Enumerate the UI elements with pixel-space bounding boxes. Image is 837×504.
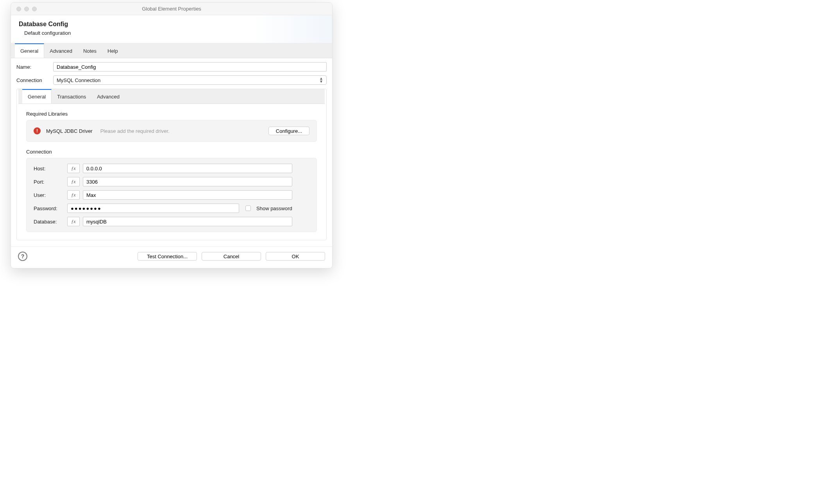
outer-body: Name: Connection MySQL Connection ▲▼ Gen…	[11, 58, 332, 247]
tab-general[interactable]: General	[15, 43, 44, 58]
database-input[interactable]	[83, 217, 292, 226]
cancel-button[interactable]: Cancel	[202, 252, 261, 261]
inner-tab-advanced[interactable]: Advanced	[91, 89, 125, 104]
fx-button-database[interactable]: ƒx	[67, 217, 80, 226]
global-element-properties-dialog: Global Element Properties Database Confi…	[11, 2, 333, 268]
tab-notes[interactable]: Notes	[78, 43, 102, 58]
inner-tab-general[interactable]: General	[22, 89, 52, 104]
port-label: Port:	[34, 179, 64, 185]
port-input[interactable]	[83, 177, 292, 186]
dialog-header: Database Config Default configuration	[11, 15, 332, 43]
password-input[interactable]	[67, 204, 239, 213]
required-library-row: ! MySQL JDBC Driver Please add the requi…	[26, 120, 317, 142]
tab-help[interactable]: Help	[102, 43, 123, 58]
page-subtitle: Default configuration	[24, 30, 324, 36]
fx-button-host[interactable]: ƒx	[67, 164, 80, 173]
window-title: Global Element Properties	[11, 6, 332, 12]
error-icon: !	[34, 127, 41, 134]
password-label: Password:	[34, 206, 64, 211]
dropdown-arrows-icon: ▲▼	[319, 77, 323, 83]
name-label: Name:	[16, 64, 49, 70]
inner-tab-transactions[interactable]: Transactions	[52, 89, 91, 104]
connection-dropdown[interactable]: MySQL Connection ▲▼	[53, 75, 327, 85]
window-titlebar: Global Element Properties	[11, 3, 332, 15]
show-password-label: Show password	[256, 206, 292, 211]
host-label: Host:	[34, 166, 64, 172]
required-libraries-title: Required Libraries	[26, 111, 317, 117]
host-input[interactable]	[83, 164, 292, 173]
help-icon[interactable]: ?	[18, 252, 27, 261]
inner-tab-strip: General Transactions Advanced	[18, 89, 325, 104]
show-password-checkbox[interactable]	[245, 206, 251, 211]
tab-advanced[interactable]: Advanced	[44, 43, 78, 58]
fx-button-user[interactable]: ƒx	[67, 190, 80, 200]
fx-button-port[interactable]: ƒx	[67, 177, 80, 186]
library-hint: Please add the required driver.	[100, 128, 170, 134]
ok-button[interactable]: OK	[266, 252, 325, 261]
name-input[interactable]	[53, 62, 327, 71]
connection-label: Connection	[16, 77, 49, 83]
test-connection-button[interactable]: Test Connection...	[138, 252, 197, 261]
connection-dropdown-value: MySQL Connection	[57, 77, 100, 83]
connection-config-group: General Transactions Advanced Required L…	[16, 89, 327, 240]
dialog-footer: ? Test Connection... Cancel OK	[11, 247, 332, 268]
connection-section-title: Connection	[26, 149, 317, 155]
user-input[interactable]	[83, 190, 292, 200]
page-title: Database Config	[19, 21, 324, 28]
library-name: MySQL JDBC Driver	[46, 128, 93, 134]
user-label: User:	[34, 192, 64, 198]
database-label: Database:	[34, 219, 64, 225]
outer-tab-strip: General Advanced Notes Help	[11, 43, 332, 58]
connection-fields: Host: ƒx Port: ƒx User: ƒx	[26, 158, 317, 232]
inner-body: Required Libraries ! MySQL JDBC Driver P…	[17, 104, 326, 240]
configure-button[interactable]: Configure...	[268, 127, 309, 135]
